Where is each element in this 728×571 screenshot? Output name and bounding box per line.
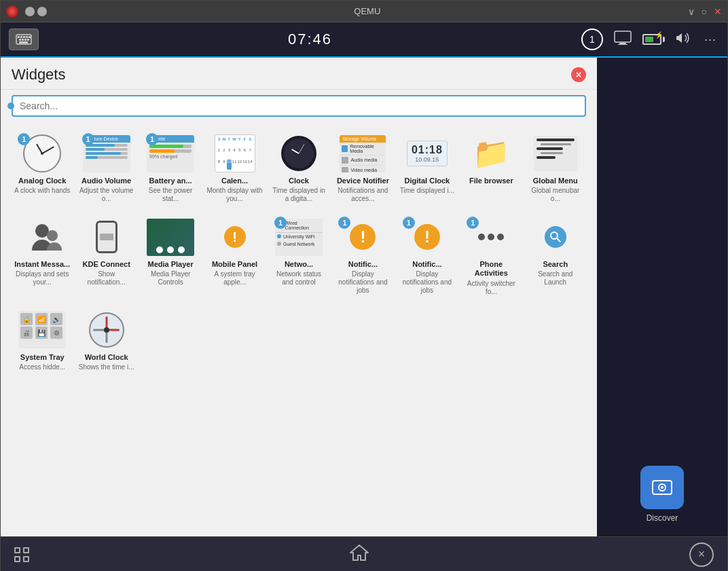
minimize-button[interactable] (25, 7, 35, 16)
device-notifier-name: Device Notifier (337, 177, 389, 185)
widget-global-menu[interactable]: Global Menu Global menubar o... (525, 128, 586, 208)
mobile-warning-icon: ! (224, 226, 246, 248)
notification-warning-icon: ! (350, 224, 376, 250)
system-tray-thumb: 🔒 📶 🔊 🖨 💾 ⚙ (18, 310, 67, 350)
battery-charge-icon: ⚡ (655, 31, 663, 39)
phone-activities-desc: Activity switcher fo... (463, 280, 519, 296)
keyboard-icon-button[interactable] (9, 29, 39, 50)
svg-rect-1 (18, 36, 20, 38)
notifications-2-thumb: 1 ! (403, 217, 452, 257)
svg-rect-5 (29, 36, 31, 38)
title-btn-1[interactable]: ∨ (688, 6, 695, 17)
close-circle-button[interactable]: × (689, 542, 714, 567)
widget-notifications-1[interactable]: 1 ! Notific... Display notifications and… (332, 211, 393, 301)
widget-calendar[interactable]: S M T W T F S 1 2 3 4 5 6 (204, 128, 265, 208)
widget-file-browser[interactable]: 📁 File browser (460, 128, 522, 208)
kde-connect-name: KDE Connect (83, 260, 130, 269)
main-area: Widgets × 1 (1, 58, 727, 536)
widget-audio-volume[interactable]: 1 Capture Device Audio Volume A (75, 128, 136, 208)
notifications-2-desc: Display notifications and jobs (399, 270, 455, 295)
global-menu-desc: Global menubar o... (528, 187, 583, 203)
bottom-taskbar-center (349, 543, 369, 566)
widget-device-notifier[interactable]: Storage Volume Removable Media Audio med… (332, 128, 393, 208)
widget-instant-messages[interactable]: Instant Messa... Displays and sets your.… (12, 211, 73, 301)
widget-world-clock[interactable]: World Clock Shows the time i... (75, 304, 136, 377)
discover-button[interactable] (640, 466, 684, 509)
widget-kde-connect[interactable]: KDE Connect Show notification... (75, 211, 136, 301)
widget-network[interactable]: 1 Wired Connection University WiFi (268, 211, 329, 301)
battery-badge: 1 (146, 133, 158, 145)
grid-dot-2 (23, 547, 29, 553)
world-clock-name: World Clock (85, 353, 128, 362)
calendar-thumb: S M T W T F S 1 2 3 4 5 6 (211, 133, 259, 174)
activity-button[interactable]: 1 (581, 29, 603, 50)
widgets-close-button[interactable]: × (571, 67, 586, 82)
widget-analog-clock[interactable]: 1 Analog Clock A clock with hands (12, 128, 73, 208)
svg-rect-2 (20, 36, 22, 38)
bottom-taskbar: × (1, 536, 727, 571)
analog-clock-desc: A clock with hands (14, 187, 70, 195)
phone-icon (96, 221, 117, 253)
search-name: Search (543, 260, 568, 269)
clock-thumb-container (274, 133, 323, 174)
global-menu-name: Global Menu (533, 177, 578, 185)
svg-rect-3 (23, 36, 25, 38)
grid-view-button[interactable] (14, 547, 29, 562)
widget-mobile-panel[interactable]: ! Mobile Panel A system tray apple... (204, 211, 265, 301)
notification-2-warning-icon: ! (414, 224, 440, 250)
analog-clock-thumb: 1 (18, 133, 67, 174)
title-btn-2[interactable]: ○ (702, 6, 707, 17)
media-player-name: Media Player (147, 260, 193, 269)
digital-clock-thumb: 01:18 10.09.15 (403, 133, 452, 174)
widget-phone-activities[interactable]: 1 Phone Activities Activity switcher fo.… (460, 211, 522, 301)
notifications-1-name: Notific... (348, 260, 378, 269)
widgets-panel: Widgets × 1 (1, 58, 597, 536)
instant-messages-name: Instant Messa... (14, 260, 70, 269)
clock-desc: Time displayed in a digita... (271, 187, 327, 203)
search-input[interactable] (12, 95, 586, 117)
widget-system-tray[interactable]: 🔒 📶 🔊 🖨 💾 ⚙ System Tray Access hidde... (12, 304, 73, 377)
widget-clock[interactable]: Clock Time displayed in a digita... (268, 128, 329, 208)
world-clock-desc: Shows the time i... (79, 363, 134, 371)
phone-activities-thumb: 1 (467, 217, 515, 257)
notifications-2-badge: 1 (403, 217, 415, 229)
media-player-thumb (146, 217, 195, 257)
widget-search[interactable]: Search Search and Launch (525, 211, 586, 301)
widgets-header: Widgets × (1, 58, 597, 90)
audio-volume-thumb: 1 Capture Device (82, 133, 131, 174)
media-player-desc: Media Player Controls (143, 270, 198, 287)
audio-volume-name: Audio Volume (81, 177, 131, 185)
taskbar-time: 07:46 (39, 31, 581, 48)
home-button[interactable] (349, 543, 369, 566)
svg-rect-10 (19, 41, 28, 43)
title-close-button[interactable]: ✕ (714, 6, 722, 17)
widget-digital-clock[interactable]: 01:18 10.09.15 Digital Clock Time displa… (397, 128, 458, 208)
widgets-grid: 1 Analog Clock A clock with hands 1 (1, 122, 597, 382)
widget-media-player[interactable]: Media Player Media Player Controls (140, 211, 201, 301)
discover-label: Discover (647, 513, 678, 523)
window: QEMU ∨ ○ ✕ (0, 0, 728, 571)
device-notifier-desc: Notifications and acces... (335, 187, 390, 203)
search-desc: Search and Launch (528, 270, 583, 287)
digital-clock-name: Digital Clock (405, 177, 450, 185)
network-thumb: 1 Wired Connection University WiFi (274, 217, 323, 257)
svg-line-15 (557, 238, 560, 242)
window-icon (6, 5, 18, 18)
digital-clock-desc: Time displayed i... (400, 187, 454, 195)
audio-volume-desc: Adjust the volume o... (78, 187, 134, 203)
search-icon (545, 226, 566, 248)
right-sidebar: Discover (597, 58, 727, 536)
maximize-button[interactable] (37, 7, 47, 16)
bottom-taskbar-right: × (689, 542, 714, 567)
widget-battery[interactable]: 1 topbrite 99% charged Battery an... See… (140, 128, 201, 208)
widget-notifications-2[interactable]: 1 ! Notific... Display notifications and… (397, 211, 458, 301)
phone-activities-name: Phone Activities (463, 260, 519, 278)
battery-thumb-container: 1 topbrite 99% charged (146, 133, 195, 174)
audio-volume-badge: 1 (82, 133, 94, 145)
more-button[interactable]: ··· (702, 30, 719, 50)
display-button[interactable] (611, 28, 634, 52)
volume-button[interactable] (673, 28, 693, 52)
mobile-panel-thumb: ! (211, 217, 259, 257)
global-menu-thumb (531, 133, 580, 174)
system-tray-name: System Tray (20, 353, 65, 362)
